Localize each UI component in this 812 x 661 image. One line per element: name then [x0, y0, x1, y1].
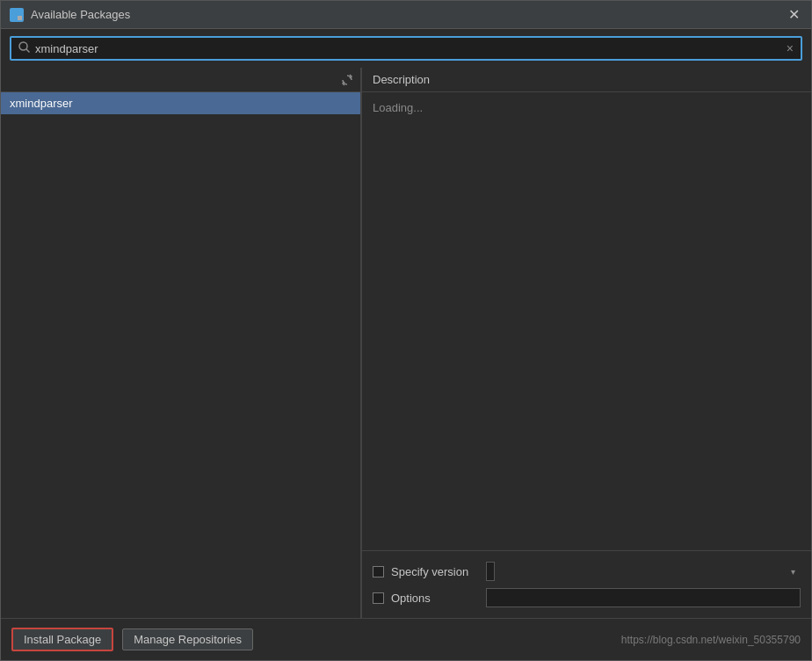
footer-left: Install Package Manage Repositories [11, 628, 253, 651]
left-panel: xmindparser [1, 68, 361, 618]
footer: Install Package Manage Repositories http… [1, 618, 811, 660]
description-header: Description [362, 68, 811, 92]
list-item[interactable]: xmindparser [1, 92, 360, 114]
search-input[interactable] [35, 42, 781, 55]
options-checkbox[interactable] [373, 592, 384, 604]
specify-version-select[interactable] [486, 562, 495, 581]
svg-rect-0 [11, 10, 16, 14]
bottom-options: Specify version Options [362, 550, 811, 618]
specify-version-select-wrapper [486, 562, 801, 581]
search-bar: × [1, 29, 811, 68]
specify-version-row: Specify version [373, 558, 801, 585]
svg-line-5 [26, 49, 30, 53]
close-button[interactable]: ✕ [785, 6, 802, 24]
svg-point-4 [19, 42, 27, 50]
svg-rect-2 [11, 16, 16, 20]
package-list: xmindparser [1, 92, 360, 618]
specify-version-checkbox[interactable] [373, 566, 384, 577]
search-icon [18, 41, 30, 55]
specify-version-label: Specify version [391, 565, 479, 578]
svg-rect-3 [18, 16, 22, 20]
title-bar: Available Packages ✕ [1, 1, 811, 29]
search-clear-icon[interactable]: × [787, 41, 794, 55]
package-list-header [1, 68, 360, 92]
install-package-button[interactable]: Install Package [11, 628, 113, 651]
options-row: Options [373, 585, 801, 611]
manage-repositories-button[interactable]: Manage Repositories [122, 628, 253, 650]
svg-rect-1 [18, 10, 22, 14]
title-bar-left: Available Packages [10, 8, 130, 22]
refresh-button[interactable] [337, 70, 357, 90]
options-input[interactable] [486, 588, 801, 607]
search-input-wrapper: × [10, 36, 802, 61]
description-content: Loading... [362, 92, 811, 550]
window-title: Available Packages [31, 8, 130, 21]
available-packages-window: Available Packages ✕ × [0, 0, 812, 661]
window-icon [10, 8, 24, 22]
footer-url: https://blog.csdn.net/weixin_50355790 [621, 634, 801, 646]
loading-text: Loading... [373, 101, 423, 114]
options-label: Options [391, 592, 479, 605]
main-content: xmindparser Description Loading... Speci… [1, 68, 811, 618]
right-panel: Description Loading... Specify version [362, 68, 811, 618]
